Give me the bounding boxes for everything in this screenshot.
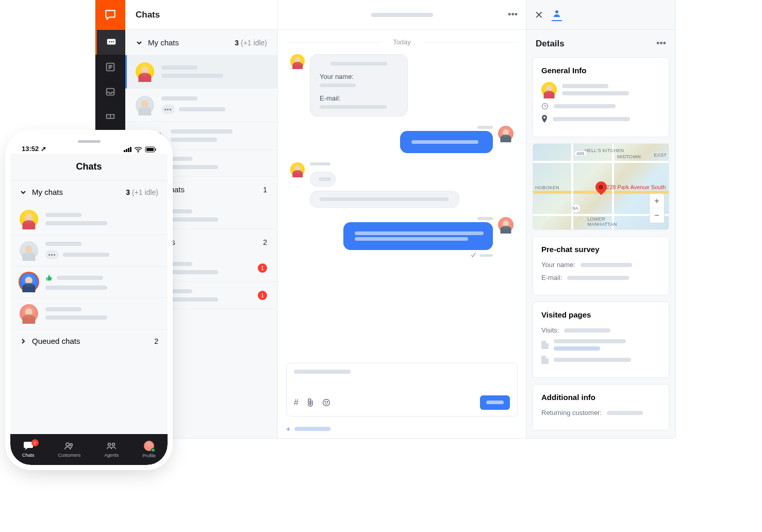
- svg-point-8: [323, 400, 329, 406]
- section-label: My chats: [148, 38, 179, 47]
- phone-section-queued[interactable]: Queued chats 2: [10, 329, 168, 353]
- avatar: [20, 304, 38, 323]
- svg-point-9: [325, 402, 326, 403]
- phone-mockup: 13:52 ➚ Chats My chats 3 (+1 idle) •••: [10, 135, 168, 465]
- status-time: 13:52: [22, 145, 39, 153]
- more-icon[interactable]: •••: [656, 38, 666, 49]
- section-idle: (+1 idle): [132, 188, 158, 196]
- message-group-incoming: Your name: E-mail:: [290, 54, 513, 117]
- svg-point-10: [327, 402, 328, 403]
- zoom-out-button[interactable]: −: [650, 208, 664, 223]
- svg-point-18: [66, 443, 69, 446]
- field-label: Visits:: [541, 326, 559, 334]
- nav-inbox-icon[interactable]: [95, 79, 125, 104]
- tab-badge: 2: [31, 439, 39, 446]
- svg-point-2: [110, 41, 111, 42]
- field-label: E-mail:: [541, 274, 562, 281]
- add-action[interactable]: +: [278, 425, 526, 438]
- tab-customers[interactable]: Customers: [58, 441, 81, 458]
- card-general-info: General Info: [533, 57, 669, 137]
- map-label: MIDTOWN: [617, 154, 641, 159]
- card-title: General Info: [541, 66, 660, 75]
- list-item[interactable]: [10, 298, 168, 329]
- close-icon[interactable]: ✕: [535, 9, 543, 21]
- avatar: [144, 441, 154, 451]
- svg-point-3: [112, 41, 113, 42]
- section-count: 3: [235, 39, 239, 47]
- section-count: 1: [263, 186, 267, 194]
- send-button[interactable]: [480, 395, 510, 410]
- list-item[interactable]: •••: [10, 235, 168, 267]
- section-my-chats[interactable]: My chats 3 (+1 idle): [125, 30, 277, 55]
- map-label: HELL'S KITCHEN: [585, 148, 624, 153]
- emoji-icon[interactable]: [322, 398, 330, 407]
- card-title: Pre-chat survey: [541, 245, 660, 254]
- tab-label: Profile: [142, 453, 156, 458]
- map[interactable]: Hoboken HELL'S KITCHEN MIDTOWN EAST 495 …: [533, 143, 669, 230]
- card-visited: Visited pages Visits:: [533, 302, 669, 378]
- svg-point-11: [555, 10, 558, 13]
- field-label: Your name:: [541, 261, 575, 269]
- phone-title: Chats: [10, 154, 168, 180]
- avatar: [290, 54, 305, 69]
- svg-point-1: [109, 41, 110, 42]
- pin-icon: [541, 115, 548, 123]
- chat-list-title: Chats: [125, 0, 277, 30]
- svg-rect-16: [155, 148, 156, 151]
- signal-icon: [124, 147, 131, 152]
- desktop-app: Chats My chats 3 (+1 idle) ••• vised cha…: [95, 0, 675, 438]
- card-title: Additional info: [541, 393, 660, 402]
- list-item[interactable]: [10, 267, 168, 298]
- avatar: [290, 162, 305, 177]
- card-title: Visited pages: [541, 310, 660, 319]
- map-zoom: + −: [649, 193, 665, 223]
- chat-row[interactable]: [125, 55, 277, 89]
- hash-icon[interactable]: #: [294, 398, 299, 407]
- plus-icon: +: [286, 425, 290, 433]
- nav-list-icon[interactable]: [95, 55, 125, 79]
- tab-label: Agents: [104, 453, 119, 458]
- details-tab-person[interactable]: [552, 9, 562, 21]
- app-logo-icon[interactable]: [95, 0, 125, 30]
- tab-profile[interactable]: Profile: [142, 441, 156, 458]
- tab-chats[interactable]: 2 Chats: [22, 441, 35, 458]
- field-label: E-mail:: [320, 94, 398, 102]
- chat-row[interactable]: •••: [125, 89, 277, 122]
- svg-point-19: [70, 444, 73, 446]
- map-pin-label: 228 Park Avenue South: [606, 184, 666, 190]
- message-group-incoming: [290, 162, 513, 208]
- battery-icon: [145, 146, 156, 153]
- avatar: [541, 82, 557, 97]
- prechat-bubble: Your name: E-mail:: [310, 54, 408, 117]
- map-label: EAST: [654, 153, 667, 158]
- map-badge: 495: [574, 151, 587, 157]
- svg-rect-15: [146, 148, 154, 151]
- section-count: 2: [154, 337, 158, 345]
- tab-label: Chats: [22, 453, 35, 458]
- typing-icon: •••: [45, 250, 59, 259]
- section-count: 2: [263, 238, 267, 246]
- list-item[interactable]: [10, 204, 168, 235]
- tab-agents[interactable]: Agents: [104, 441, 119, 458]
- map-label: Hoboken: [535, 185, 559, 190]
- section-count: 3: [126, 188, 130, 196]
- chevron-down-icon: [136, 39, 143, 46]
- avatar: [20, 273, 38, 291]
- read-receipt: [470, 252, 493, 258]
- avatar: [136, 62, 154, 81]
- location-arrow-icon: ➚: [41, 145, 46, 153]
- nav-ticket-icon[interactable]: [95, 104, 125, 129]
- card-additional: Additional info Returning customer:: [533, 384, 669, 430]
- phone-section-my-chats[interactable]: My chats 3 (+1 idle): [10, 180, 168, 204]
- attachment-icon[interactable]: [307, 398, 314, 407]
- typing-icon: •••: [161, 105, 175, 114]
- section-idle: (+1 idle): [241, 39, 267, 47]
- message-bubble: [310, 191, 459, 208]
- message-composer[interactable]: #: [286, 363, 518, 417]
- nav-chats-icon[interactable]: [95, 30, 125, 55]
- zoom-in-button[interactable]: +: [650, 194, 664, 208]
- unread-badge: 1: [258, 291, 267, 300]
- message-bubble: [343, 222, 493, 250]
- more-icon[interactable]: •••: [508, 9, 518, 20]
- svg-point-21: [112, 443, 115, 446]
